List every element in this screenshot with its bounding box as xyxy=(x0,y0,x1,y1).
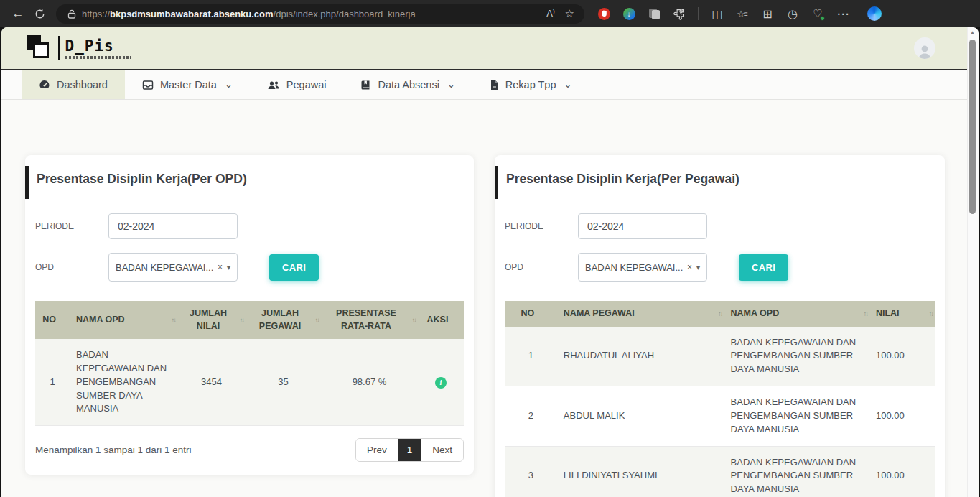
address-bar[interactable]: https://bkpsdmsumbawabarat.absenku.com/d… xyxy=(56,4,584,24)
cell-nilai: 100.00 xyxy=(869,327,935,386)
settings-more-icon[interactable]: ⋯ xyxy=(835,6,851,22)
app-logo[interactable]: D_Pis xyxy=(27,34,131,62)
table-row: 1 BADAN KEPEGAWAIAN DAN PENGEMBANGAN SUM… xyxy=(35,339,464,426)
history-icon[interactable]: ◷ xyxy=(785,6,801,22)
prev-button[interactable]: Prev xyxy=(356,439,398,461)
archive-icon xyxy=(142,80,154,90)
card-per-opd: Presentase Disiplin Kerja(Per OPD) PERIO… xyxy=(25,155,474,475)
scroll-up-icon[interactable]: ▲ xyxy=(968,27,977,39)
col-jumlah-pegawai[interactable]: JUMLAH PEGAWAI↑↓ xyxy=(246,301,321,339)
adblock-extension-icon[interactable] xyxy=(596,6,612,22)
cari-button[interactable]: CARI xyxy=(269,254,319,281)
idm-extension-icon[interactable]: ↓ xyxy=(621,6,637,22)
periode-label: PERIODE xyxy=(35,221,108,231)
pagination-info: Menampilkan 1 sampai 1 dari 1 entri xyxy=(35,445,192,455)
cell-jumlah-pegawai: 35 xyxy=(246,339,321,426)
extensions-puzzle-icon[interactable] xyxy=(671,6,687,22)
nav-label: Rekap Tpp xyxy=(505,79,556,90)
app-header: D_Pis xyxy=(1,27,969,70)
select-caret-icon: ▾ xyxy=(227,264,230,271)
cell-nama-opd: BADAN KEPEGAWAIAN DAN PENGEMBANGAN SUMBE… xyxy=(724,446,869,497)
favorite-star-icon[interactable]: ☆ xyxy=(565,7,574,20)
cell-no: 3 xyxy=(505,446,557,497)
opd-select-value: BADAN KEPEGAWAI... xyxy=(585,262,684,273)
col-jumlah-nilai[interactable]: JUMLAH NILAI↑↓ xyxy=(177,301,246,339)
dashboard-content: Presentase Disiplin Kerja(Per OPD) PERIO… xyxy=(1,100,969,497)
table-header-row: NO NAMA PEGAWAI↑↓ NAMA OPD↑↓ NILAI↑↓ xyxy=(505,301,935,327)
nav-item-master-data[interactable]: Master Data ⌄ xyxy=(125,70,250,99)
collections-icon[interactable]: ⊞ xyxy=(760,6,775,22)
nav-label: Pegawai xyxy=(286,79,327,90)
read-aloud-icon[interactable]: A) xyxy=(546,8,554,19)
cell-nama-pegawai: ABDUL MALIK xyxy=(557,386,724,447)
sort-icon[interactable]: ↑↓ xyxy=(863,309,867,318)
col-no: NO xyxy=(35,301,70,339)
col-nama-opd[interactable]: NAMA OPD↑↓ xyxy=(724,301,869,327)
sort-icon[interactable]: ↑↓ xyxy=(929,309,933,318)
table-row: 1 RHAUDATUL ALIYAH BADAN KEPEGAWAIAN DAN… xyxy=(505,327,935,386)
book-icon xyxy=(360,80,371,90)
divider xyxy=(35,198,464,198)
nav-item-rekap-tpp[interactable]: Rekap Tpp ⌄ xyxy=(472,70,589,99)
sort-icon[interactable]: ↑↓ xyxy=(172,315,176,325)
split-screen-icon[interactable]: ◫ xyxy=(709,6,725,22)
cell-nilai: 100.00 xyxy=(869,446,935,497)
cell-presentase: 98.67 % xyxy=(321,339,418,426)
back-button[interactable]: ← xyxy=(7,3,29,24)
card-per-pegawai: Presentase Disiplin Kerja(Per Pegawai) P… xyxy=(495,155,945,497)
nav-item-data-absensi[interactable]: Data Absensi ⌄ xyxy=(343,70,472,99)
page-viewport: D_Pis xyxy=(0,27,980,497)
col-nama-opd[interactable]: NAMA OPD↑↓ xyxy=(70,301,177,339)
cell-nama-opd: BADAN KEPEGAWAIAN DAN PENGEMBANGAN SUMBE… xyxy=(70,339,177,426)
reload-button[interactable] xyxy=(29,3,50,24)
sort-icon[interactable]: ↑↓ xyxy=(240,315,244,325)
url-text[interactable]: https://bkpsdmsumbawabarat.absenku.com/d… xyxy=(82,9,546,19)
pagination: Menampilkan 1 sampai 1 dari 1 entri Prev… xyxy=(35,438,464,462)
favorites-icon[interactable]: ☆≡ xyxy=(734,6,750,22)
person-icon xyxy=(916,43,933,59)
sort-icon[interactable]: ↑↓ xyxy=(718,309,722,318)
users-icon xyxy=(267,80,280,90)
scrollbar-thumb[interactable] xyxy=(969,40,976,214)
nav-label: Data Absensi xyxy=(378,79,439,90)
cell-aksi: i xyxy=(418,339,464,426)
cell-nilai: 100.00 xyxy=(869,386,935,447)
nav-item-pegawai[interactable]: Pegawai xyxy=(250,70,344,99)
nav-label: Dashboard xyxy=(57,79,108,90)
nav-item-dashboard[interactable]: Dashboard xyxy=(22,70,125,99)
logo-squares-icon xyxy=(27,34,55,62)
opd-select[interactable]: BADAN KEPEGAWAI... × ▾ xyxy=(108,253,238,282)
next-button[interactable]: Next xyxy=(421,439,463,461)
page-1-button[interactable]: 1 xyxy=(398,439,421,461)
table-header-row: NO NAMA OPD↑↓ JUMLAH NILAI↑↓ JUMLAH PEGA… xyxy=(35,301,464,339)
docs-extension-icon[interactable] xyxy=(646,6,662,22)
card-accent-bar xyxy=(25,166,29,199)
col-nilai[interactable]: NILAI↑↓ xyxy=(869,301,935,327)
user-avatar[interactable] xyxy=(914,37,935,59)
sort-icon[interactable]: ↑↓ xyxy=(412,315,416,325)
card-accent-bar xyxy=(495,166,498,199)
cell-nama-opd: BADAN KEPEGAWAIAN DAN PENGEMBANGAN SUMBE… xyxy=(724,327,869,386)
opd-select[interactable]: BADAN KEPEGAWAI... × ▾ xyxy=(578,253,707,282)
page-scrollbar[interactable]: ▲ ▼ xyxy=(967,27,977,497)
col-nama-pegawai[interactable]: NAMA PEGAWAI↑↓ xyxy=(557,301,724,327)
card-title: Presentase Disiplin Kerja(Per OPD) xyxy=(35,169,464,187)
cell-nama-pegawai: RHAUDATUL ALIYAH xyxy=(557,327,724,386)
periode-input[interactable] xyxy=(108,213,238,239)
clear-icon[interactable]: × xyxy=(218,262,223,272)
info-icon[interactable]: i xyxy=(435,377,447,389)
periode-label: PERIODE xyxy=(505,221,578,231)
clear-icon[interactable]: × xyxy=(687,262,692,272)
cell-nama-pegawai: LILI DINIYATI SYAHMI xyxy=(557,446,724,497)
gauge-icon xyxy=(39,79,50,90)
cari-button[interactable]: CARI xyxy=(739,254,788,281)
periode-input[interactable] xyxy=(578,213,707,239)
table-row: 3 LILI DINIYATI SYAHMI BADAN KEPEGAWAIAN… xyxy=(505,446,935,497)
sort-icon[interactable]: ↑↓ xyxy=(315,315,319,325)
copilot-icon[interactable] xyxy=(867,6,882,21)
cell-no: 2 xyxy=(505,386,557,447)
browser-essentials-icon[interactable]: ♡ xyxy=(810,6,826,22)
lock-icon[interactable] xyxy=(67,9,76,19)
col-presentase[interactable]: PRESENTASE RATA-RATA↑↓ xyxy=(321,301,418,339)
web-page: D_Pis xyxy=(1,27,969,497)
